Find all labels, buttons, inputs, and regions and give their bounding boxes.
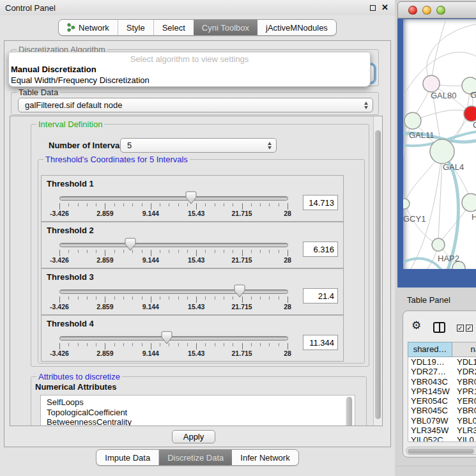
- gear-icon[interactable]: ⚙: [411, 320, 421, 331]
- table-panel: Table Panel ⚙ ✓ ✓ shared… na YDL19…YDL1 …: [395, 288, 476, 476]
- tab-impute-data[interactable]: Impute Data: [96, 450, 159, 465]
- threshold-4-value-field[interactable]: [303, 335, 338, 350]
- table-row[interactable]: YDL19…YDL1: [408, 357, 476, 367]
- node-gcy1[interactable]: [403, 199, 410, 209]
- threshold-3-value-field[interactable]: [303, 288, 338, 303]
- right-panel: GAL80 GA C GAL11 GAL4 GCY1 H HAP2 Table …: [395, 0, 476, 476]
- table-data-select[interactable]: galFiltered.sif default node: [18, 98, 373, 112]
- tab-discretize-data-label: Discretize Data: [167, 453, 224, 463]
- network-icon-dots: [68, 23, 75, 31]
- threshold-3-slider[interactable]: -3.4262.8599.14415.4321.71528: [59, 286, 288, 312]
- horizontal-scrollbar-thumb[interactable]: [408, 449, 474, 454]
- vertical-scrollbar[interactable]: [373, 116, 382, 426]
- apply-button[interactable]: Apply: [172, 430, 215, 443]
- tab-jactivemnodules[interactable]: jActiveMNodules: [257, 20, 336, 35]
- close-icon[interactable]: ✕: [381, 4, 388, 11]
- page-title: Control Panel: [5, 3, 370, 13]
- combo-stepper-icon: [268, 142, 272, 150]
- node-red-selected[interactable]: [464, 106, 476, 121]
- threshold-2-slider[interactable]: -3.4262.8599.14415.4321.71528: [59, 239, 288, 266]
- list-scrollbar-thumb[interactable]: [346, 397, 352, 426]
- threshold-3-label: Threshold 3: [47, 272, 94, 282]
- slider-thumb[interactable]: [185, 191, 197, 204]
- threshold-2-label: Threshold 2: [47, 226, 94, 235]
- checkbox-icon[interactable]: ✓: [466, 325, 473, 332]
- table-row[interactable]: YER054CYER0: [408, 396, 476, 406]
- table-row[interactable]: YIL052CYIL0: [408, 435, 476, 442]
- slider-track: [59, 243, 288, 247]
- column-header-shared-name[interactable]: shared…: [408, 342, 452, 357]
- tab-discretize-data[interactable]: Discretize Data: [159, 450, 232, 465]
- column-header-name[interactable]: na: [452, 342, 476, 357]
- settings-scrollpane: Interval Definition Number of Intervals …: [10, 116, 383, 426]
- node-h[interactable]: [462, 194, 476, 211]
- slider-thumb[interactable]: [125, 238, 136, 251]
- node-label-gal11: GAL11: [409, 130, 434, 140]
- interval-definition-group: Interval Definition Number of Intervals …: [31, 124, 369, 367]
- cyni-toolbox-content: Discretization Algorithm Table Data galF…: [4, 40, 391, 447]
- number-of-intervals-select[interactable]: 5: [120, 138, 277, 153]
- numerical-attributes-label: Numerical Attributes: [35, 382, 116, 392]
- number-of-intervals-value: 5: [121, 141, 276, 150]
- threshold-1-label: Threshold 1: [47, 179, 94, 188]
- threshold-4-panel: Threshold 4 -3.4262.8599.14415.4321.7152…: [41, 315, 344, 362]
- node-table: shared… na YDL19…YDL1 YDR27…YDR2 YBR043C…: [408, 342, 476, 442]
- node-gal4[interactable]: [430, 139, 454, 164]
- horizontal-scrollbar[interactable]: [406, 447, 476, 455]
- tab-jactivemnodules-label: jActiveMNodules: [266, 23, 328, 33]
- thresholds-group: Threshold's Coordinates for 5 Intervals …: [38, 159, 365, 364]
- node-label-gal80: GAL80: [431, 91, 456, 100]
- node-hap2[interactable]: [432, 238, 445, 251]
- tab-infer-network[interactable]: Infer Network: [232, 450, 298, 465]
- attributes-group: Attributes to discretize Numerical Attri…: [31, 376, 367, 426]
- vertical-scrollbar-thumb[interactable]: [375, 130, 381, 419]
- checkbox-icon[interactable]: ✓: [457, 325, 464, 332]
- list-scrollbar[interactable]: [346, 397, 353, 426]
- list-item-topologicalcoefficient[interactable]: TopologicalCoefficient: [47, 408, 355, 418]
- slider-ticks: [59, 203, 288, 210]
- table-header-row: shared… na: [408, 342, 476, 357]
- table-panel-title: Table Panel: [407, 295, 450, 305]
- close-traffic-light-icon[interactable]: [408, 6, 417, 15]
- tab-select[interactable]: Select: [154, 20, 194, 35]
- slider-ticks: [59, 296, 288, 303]
- threshold-4-label: Threshold 4: [47, 319, 94, 328]
- table-row[interactable]: YDR27…YDR2: [408, 367, 476, 376]
- table-row[interactable]: YBR045CYBR0: [408, 406, 476, 415]
- list-item-betweennesscentrality[interactable]: BetweennessCentrality: [47, 417, 355, 426]
- zoom-traffic-light-icon[interactable]: [436, 6, 445, 15]
- network-canvas[interactable]: GAL80 GA C GAL11 GAL4 GCY1 H HAP2: [403, 19, 476, 269]
- table-row[interactable]: YPR145WYPR1: [408, 387, 476, 396]
- slider-scale: -3.4262.8599.14415.4321.71528: [59, 256, 288, 265]
- tab-network[interactable]: Network: [59, 20, 118, 35]
- columns-icon[interactable]: [433, 322, 445, 333]
- slider-track: [59, 289, 288, 294]
- slider-thumb[interactable]: [161, 331, 173, 344]
- table-data-group: Table Data galFiltered.sif default node: [11, 92, 379, 115]
- threshold-1-value-field[interactable]: [303, 195, 338, 210]
- dropdown-placeholder: Select algorithm to view settings: [9, 52, 370, 65]
- tab-cyni-toolbox[interactable]: Cyni Toolbox: [194, 20, 257, 35]
- network-desktop: GAL80 GA C GAL11 GAL4 GCY1 H HAP2: [397, 19, 476, 288]
- minimize-traffic-light-icon[interactable]: [422, 6, 431, 15]
- dropdown-item-manual-discretization[interactable]: Manual Discretization: [9, 65, 370, 75]
- threshold-4-slider[interactable]: -3.4262.8599.14415.4321.71528: [59, 332, 288, 359]
- slider-thumb[interactable]: [234, 284, 245, 298]
- slider-ticks: [59, 343, 288, 349]
- list-item-selfloops[interactable]: SelfLoops: [47, 397, 355, 408]
- table-panel-body: ⚙ ✓ ✓ shared… na YDL19…YDL1 YDR27…YDR2 Y…: [403, 311, 476, 457]
- dropdown-item-equal-width-frequency[interactable]: Equal Width/Frequency Discretization: [9, 75, 370, 86]
- threshold-1-slider[interactable]: -3.4262.8599.14415.4321.71528: [59, 192, 288, 219]
- slider-scale: -3.4262.8599.14415.4321.71528: [59, 349, 288, 358]
- node-gal11[interactable]: [404, 112, 421, 129]
- app-window: Control Panel ✕ Network Styl: [0, 0, 476, 476]
- network-window-titlebar[interactable]: [397, 1, 476, 19]
- float-window-icon[interactable]: [370, 5, 376, 11]
- table-row[interactable]: YBR043CYBR0: [408, 377, 476, 387]
- threshold-2-value-field[interactable]: [303, 242, 338, 257]
- tab-style[interactable]: Style: [118, 20, 154, 35]
- node-gal80[interactable]: [423, 75, 440, 92]
- tab-cyni-toolbox-label: Cyni Toolbox: [202, 23, 249, 33]
- table-row[interactable]: YBL079WYBL0: [408, 416, 476, 426]
- table-row[interactable]: YLR345WYLR3: [408, 426, 476, 435]
